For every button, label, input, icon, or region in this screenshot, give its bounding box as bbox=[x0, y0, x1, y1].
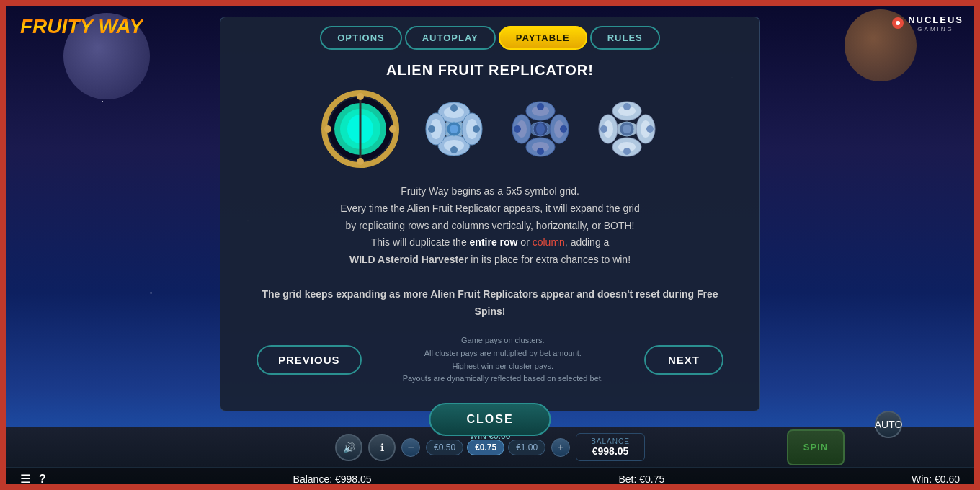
bet-chip-1[interactable]: €0.50 bbox=[426, 440, 463, 455]
bet-chip-2[interactable]: €0.75 bbox=[467, 440, 504, 455]
sound-button[interactable]: 🔊 bbox=[335, 434, 362, 461]
svg-point-28 bbox=[537, 103, 544, 110]
svg-point-49 bbox=[600, 125, 607, 133]
tab-rules[interactable]: RULES bbox=[590, 26, 660, 50]
svg-point-46 bbox=[623, 148, 631, 155]
modal-description: Fruity Way begins as a 5x5 symbol grid. … bbox=[249, 183, 731, 320]
bet-chip-3[interactable]: €1.00 bbox=[508, 440, 545, 455]
bet-amounts: €0.50 €0.75 €1.00 bbox=[426, 440, 545, 455]
spin-button[interactable]: SPIN bbox=[787, 429, 845, 466]
svg-point-54 bbox=[623, 125, 631, 133]
symbols-row bbox=[249, 89, 731, 169]
svg-point-52 bbox=[646, 125, 654, 133]
help-icon[interactable]: ? bbox=[39, 473, 46, 485]
svg-point-16 bbox=[450, 146, 458, 153]
increase-bet-button[interactable]: + bbox=[551, 438, 570, 457]
svg-point-22 bbox=[473, 125, 480, 133]
next-button[interactable]: NEXT bbox=[644, 345, 723, 375]
svg-point-7 bbox=[357, 158, 364, 165]
note-1: Game pays on clusters. bbox=[461, 336, 545, 344]
desc-line-1: Fruity Way begins as a 5x5 symbol grid. bbox=[401, 185, 579, 197]
desc-line-4: This will duplicate the entire row or co… bbox=[371, 236, 610, 248]
svg-point-34 bbox=[514, 125, 521, 133]
svg-point-9 bbox=[389, 125, 396, 133]
symbol-replicator-3 bbox=[594, 97, 659, 161]
balance-value: €998.05 bbox=[592, 445, 629, 457]
svg-point-19 bbox=[428, 125, 435, 133]
tab-options[interactable]: OPTIONS bbox=[320, 26, 402, 50]
footer-notes: Game pays on clusters. All cluster pays … bbox=[362, 334, 644, 385]
tab-paytable[interactable]: PAYTABLE bbox=[499, 26, 587, 50]
paytable-modal: OPTIONS AUTOPLAY PAYTABLE RULES ALIEN FR… bbox=[220, 17, 760, 411]
svg-point-24 bbox=[450, 125, 458, 133]
svg-point-13 bbox=[450, 104, 458, 112]
symbol-replicator-1 bbox=[422, 97, 486, 161]
balance-group: BALANCE €998.05 bbox=[576, 433, 645, 461]
svg-point-43 bbox=[623, 103, 631, 110]
status-left: ☰ ? bbox=[20, 472, 46, 484]
desc-line-5: WILD Asteroid Harvester in its place for… bbox=[349, 254, 631, 265]
close-button-container: CLOSE bbox=[429, 403, 551, 436]
tab-autoplay[interactable]: AUTOPLAY bbox=[405, 26, 496, 50]
svg-point-31 bbox=[537, 148, 544, 155]
status-balance: Balance: €998.05 bbox=[293, 473, 372, 485]
game-container: NUCLEUS GAMING FRUITY WAY OPTIONS AUTOPL… bbox=[6, 6, 974, 484]
info-button[interactable]: ℹ bbox=[368, 434, 396, 461]
menu-icon[interactable]: ☰ bbox=[20, 472, 30, 484]
symbol-replicator-2 bbox=[508, 97, 573, 161]
modal-footer: PREVIOUS Game pays on clusters. All clus… bbox=[249, 331, 731, 385]
note-3: Highest win per cluster pays. bbox=[452, 362, 553, 370]
symbol-portal bbox=[321, 89, 400, 169]
svg-point-8 bbox=[324, 125, 331, 133]
desc-line-2: Every time the Alien Fruit Replicator ap… bbox=[340, 202, 640, 214]
modal-content: ALIEN FRUIT REPLICATOR! bbox=[220, 58, 760, 396]
decrease-bet-button[interactable]: − bbox=[401, 438, 420, 457]
desc-line-3: by replicating rows and columns vertical… bbox=[346, 220, 635, 231]
desc-line-6: The grid keeps expanding as more Alien F… bbox=[262, 288, 718, 317]
previous-button[interactable]: PREVIOUS bbox=[257, 345, 362, 375]
status-win: Win: €0.60 bbox=[912, 473, 960, 485]
svg-point-37 bbox=[560, 125, 567, 133]
balance-label: BALANCE bbox=[591, 437, 630, 445]
outer-frame: NUCLEUS GAMING FRUITY WAY OPTIONS AUTOPL… bbox=[0, 0, 980, 490]
status-bar: ☰ ? Balance: €998.05 Bet: €0.75 Win: €0.… bbox=[6, 467, 974, 484]
close-button[interactable]: CLOSE bbox=[429, 403, 551, 436]
svg-point-6 bbox=[357, 93, 364, 100]
modal-title: ALIEN FRUIT REPLICATOR! bbox=[249, 62, 731, 79]
svg-point-39 bbox=[536, 123, 545, 135]
tab-bar: OPTIONS AUTOPLAY PAYTABLE RULES bbox=[220, 17, 760, 58]
status-bet: Bet: €0.75 bbox=[618, 473, 664, 485]
note-2: All cluster pays are multiplied by bet a… bbox=[424, 349, 582, 357]
note-4: Payouts are dynamically reflected based … bbox=[403, 374, 603, 383]
modal-overlay: OPTIONS AUTOPLAY PAYTABLE RULES ALIEN FR… bbox=[6, 6, 974, 427]
